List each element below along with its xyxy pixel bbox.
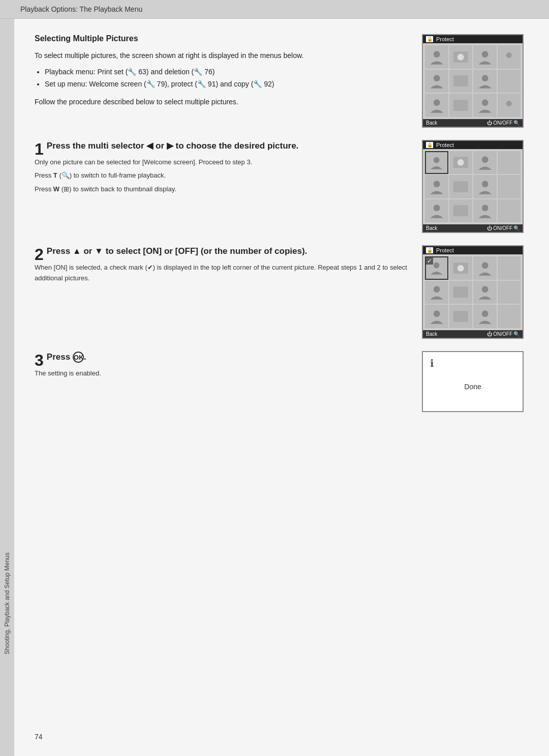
thumbnail-grid-step1 [423,149,523,225]
follow-text: Follow the procedure described below to … [35,97,412,107]
step-3-body: The setting is enabled. [35,368,412,379]
intro-camera-screen: 🔒 Protect [422,34,524,128]
svg-rect-25 [453,205,468,216]
onoff-step2: ⏻ ON/OFF 🔍 [487,331,520,337]
svg-point-20 [433,181,440,187]
back-label-intro: Back [426,120,437,126]
screen-header-step2: 🔒 Protect [423,246,523,254]
step-2-left: 2 Press ▲ or ▼ to select [ON] or [OFF] (… [35,245,422,287]
sidebar-label: Shooting, Playback and Setup Menus [4,553,11,654]
thumbnail-grid-step2 [423,254,523,330]
svg-point-22 [481,181,488,187]
bullet-item-1: Playback menu: Print set (🔧 63) and dele… [45,66,412,78]
step-1-body-p3: Press W (⊞) to switch back to thumbnail … [35,184,412,195]
thumb-s1-8 [498,175,521,198]
step-3-screen: ℹ Done [422,351,529,412]
thumbnail-grid-intro [423,43,523,119]
intro-left: Selecting Multiple Pictures To select mu… [35,34,422,120]
svg-rect-7 [453,75,468,86]
step-1-body-p1: Only one picture can be selected for [We… [35,157,412,168]
onoff-step1: ⏻ ON/OFF 🔍 [487,225,520,231]
thumb-s1-4 [498,151,521,175]
thumb-s2-10 [449,305,473,328]
thumb-2 [449,45,473,69]
thumb-s1-10 [449,199,473,223]
thumb-s1-12 [498,199,521,223]
thumb-11 [473,94,497,117]
thumb-s2-5 [425,281,448,304]
thumb-s2-9 [425,305,448,328]
step-1-heading-container: 1 Press the multi selector ◀ or ▶ to cho… [35,140,412,152]
thumb-4 [498,45,521,69]
thumb-s2-3 [473,256,497,280]
protect-icon: 🔒 [426,36,433,42]
svg-rect-19 [502,155,516,170]
step-2-camera-screen: 🔒 Protect [422,245,524,339]
thumb-s1-11 [473,199,497,223]
page-number: 74 [35,722,529,741]
thumb-1 [425,45,448,69]
step-2-body-p1: When [ON] is selected, a check mark (✔) … [35,263,412,284]
step-2-body: When [ON] is selected, a check mark (✔) … [35,263,412,284]
intro-text: To select multiple pictures, the screen … [35,50,412,61]
protect-label: Protect [436,36,454,42]
thumb-s2-8 [498,281,521,304]
svg-rect-23 [502,179,516,194]
step-3-row: 3 Press OK. The setting is enabled. ℹ Do… [35,351,529,412]
screen-footer-intro: Back ⏻ ON/OFF 🔍 [423,119,523,127]
step-2-heading-container: 2 Press ▲ or ▼ to select [ON] or [OFF] (… [35,245,412,257]
step-1-camera-screen: 🔒 Protect [422,140,524,234]
back-label-step1: Back [426,225,437,231]
protect-label-step1: Protect [436,142,454,148]
svg-rect-32 [502,260,516,275]
step-1-row: 1 Press the multi selector ◀ or ▶ to cho… [35,140,529,234]
svg-rect-11 [453,100,468,111]
onoff-label-intro: ⏻ ON/OFF 🔍 [487,120,520,126]
thumb-s1-1 [425,151,448,175]
thumb-s2-2 [449,256,473,280]
thumb-s2-11 [473,305,497,328]
svg-point-6 [433,75,440,81]
step-2-row: 2 Press ▲ or ▼ to select [ON] or [OFF] (… [35,245,529,339]
svg-point-5 [506,52,512,58]
thumb-8 [498,70,521,93]
svg-point-10 [433,99,440,106]
svg-point-0 [433,51,440,57]
svg-rect-27 [502,203,516,218]
thumb-s2-1 [425,256,448,280]
svg-rect-9 [502,74,516,89]
screen-footer-step2: Back ⏻ ON/OFF 🔍 [423,330,523,338]
svg-point-2 [458,53,464,60]
main-content: Shooting, Playback and Setup Menus Selec… [0,19,549,756]
thumb-s2-4 [498,256,521,280]
step-3-body-p1: The setting is enabled. [35,368,412,379]
svg-point-24 [433,205,440,211]
step-3-left: 3 Press OK. The setting is enabled. [35,351,422,382]
thumb-s1-5 [425,175,448,198]
info-icon: ℹ [430,357,434,369]
svg-point-31 [481,262,488,269]
back-label-step2: Back [426,331,437,337]
screen-footer-step1: Back ⏻ ON/OFF 🔍 [423,224,523,232]
svg-point-30 [458,265,464,271]
step-3-number: 3 [35,352,44,368]
svg-point-26 [481,205,488,211]
svg-rect-34 [453,286,468,298]
thumb-12 [498,94,521,117]
step-1-body-p2: Press T (🔍) to switch to full-frame play… [35,170,412,181]
protect-icon-step2: 🔒 [426,247,433,253]
step-1-left: 1 Press the multi selector ◀ or ▶ to cho… [35,140,422,198]
section-title: Selecting Multiple Pictures [35,34,412,43]
thumb-10 [449,94,473,117]
svg-rect-38 [453,311,468,322]
done-screen: ℹ Done [422,351,524,412]
step-1-body: Only one picture can be selected for [We… [35,157,412,195]
content-area: Selecting Multiple Pictures To select mu… [14,19,549,756]
screen-header-intro: 🔒 Protect [423,35,523,43]
svg-point-15 [434,157,440,163]
step-2-number: 2 [35,246,44,263]
thumb-s1-7 [473,175,497,198]
step-3-heading: Press OK. [47,351,412,363]
done-label: Done [430,383,515,391]
screen-header-step1: 🔒 Protect [423,141,523,149]
